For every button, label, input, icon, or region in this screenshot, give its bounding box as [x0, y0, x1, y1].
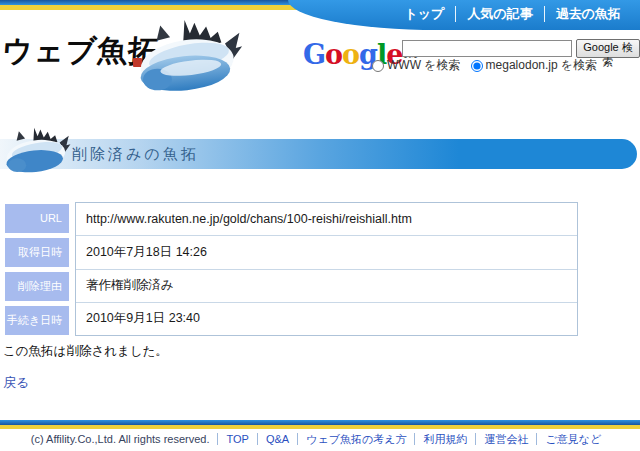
footer-yellow-stripe — [0, 425, 640, 429]
radio-label-megalodon: megalodon.jp を検索 — [486, 57, 598, 74]
table-label-captured-date: 取得日時 — [5, 238, 69, 267]
radio-search-megalodon[interactable] — [471, 60, 483, 72]
table-label-deletion-reason: 削除理由 — [5, 272, 69, 301]
google-letter: o — [325, 39, 342, 70]
table-label-procedure-date: 手続き日時 — [5, 306, 69, 335]
search-scope-options: WWW を検索 megalodon.jp を検索 — [372, 57, 607, 74]
site-logo[interactable]: ウェブ魚拓 — [0, 0, 250, 100]
footer-link-terms[interactable]: 利用規約 — [414, 433, 475, 445]
footer-link-top[interactable]: TOP — [217, 433, 256, 445]
page-title: 削除済みの魚拓 — [72, 139, 199, 169]
nav-popular-articles[interactable]: 人気の記事 — [455, 6, 543, 22]
table-value-url: http://www.rakuten.ne.jp/gold/chans/100-… — [76, 203, 577, 236]
page: トップ 人気の記事 過去の魚拓 ウェブ魚拓 GoogleTM Google 検索 — [0, 0, 640, 451]
radio-search-www[interactable] — [372, 60, 384, 72]
fish-rubbing-small-icon — [3, 121, 71, 181]
deleted-notice-text: この魚拓は削除されました。 — [3, 343, 168, 360]
back-link[interactable]: 戻る — [3, 374, 29, 392]
footer: (c) Affility.Co.,Ltd. All rights reserve… — [0, 432, 640, 447]
copyright-text: (c) Affility.Co.,Ltd. All rights reserve… — [31, 433, 218, 445]
info-table: http://www.rakuten.ne.jp/gold/chans/100-… — [75, 202, 578, 336]
footer-link-qa[interactable]: Q&A — [257, 433, 297, 445]
radio-label-www: WWW を検索 — [387, 57, 461, 74]
table-value-captured-date: 2010年7月18日 14:26 — [76, 236, 577, 269]
google-letter: G — [303, 39, 325, 70]
table-value-deletion-reason: 著作権削除済み — [76, 270, 577, 303]
google-search-button[interactable]: Google 検索 — [576, 39, 640, 58]
search-input[interactable] — [402, 40, 572, 57]
top-nav: トップ 人気の記事 過去の魚拓 — [393, 6, 632, 22]
fish-rubbing-icon — [135, 15, 243, 99]
section-header-band: 削除済みの魚拓 — [0, 139, 637, 169]
footer-link-philosophy[interactable]: ウェブ魚拓の考え方 — [297, 433, 414, 445]
table-value-procedure-date: 2010年9月1日 23:40 — [76, 303, 577, 335]
footer-link-feedback[interactable]: ご意見など — [536, 433, 609, 445]
google-letter: o — [342, 39, 359, 70]
nav-top[interactable]: トップ — [393, 6, 455, 22]
footer-link-company[interactable]: 運営会社 — [475, 433, 536, 445]
nav-past-gyotaku[interactable]: 過去の魚拓 — [544, 6, 632, 22]
table-label-url: URL — [5, 204, 69, 233]
